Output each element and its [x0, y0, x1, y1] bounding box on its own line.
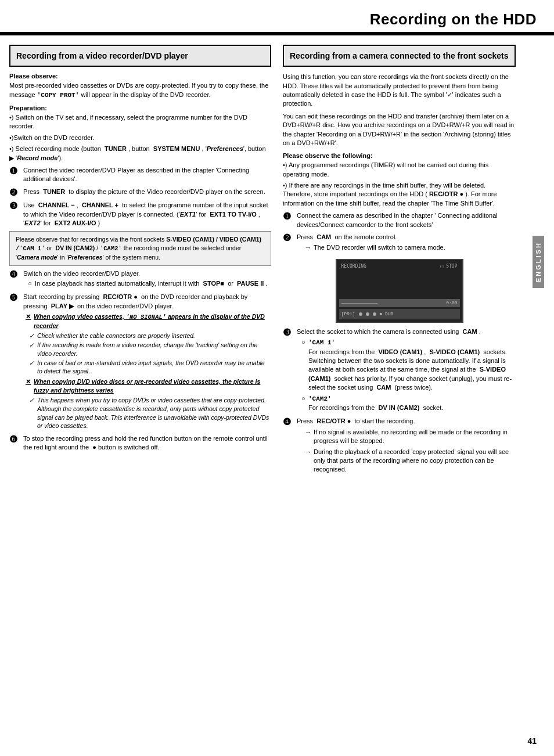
note-box: Please observe that for recordings via t…	[9, 231, 271, 265]
check-1c: ✓In case of bad or non-standard video in…	[23, 359, 271, 376]
right-step-2: ❷ Press CAM on the remote control. → The…	[283, 233, 516, 254]
please-observe-text: Most pre-recorded video cassettes or DVD…	[9, 81, 271, 100]
left-step-2: ❷ Press TUNER to display the picture of …	[9, 188, 271, 198]
left-step-4: ❹ Switch on the video recorder/DVD playe…	[9, 269, 271, 290]
right-step2-arrow: → The DVD recorder will switch to camera…	[297, 243, 516, 252]
page-container: Recording on the HDD Recording from a vi…	[0, 0, 554, 489]
step-num-2: ❷	[9, 188, 20, 198]
right-intro-1: Using this function, you can store recor…	[283, 73, 516, 109]
step-num-3: ❸	[9, 201, 20, 211]
right-obs-1: •) Any programmed recordings (TIMER) wil…	[283, 161, 516, 179]
arrow-icon: →	[305, 243, 311, 252]
left-step-5: ❺ Start recording by pressing REC/OTR ● …	[9, 293, 271, 431]
arrow-icon-1: →	[305, 428, 311, 437]
please-observe-label: Please observe:	[9, 73, 271, 80]
right-step-num-1: ❶	[283, 211, 293, 222]
step-num-4: ❹	[9, 269, 20, 280]
left-section-title: Recording from a video recorder/DVD play…	[16, 51, 264, 61]
step-content-1: Connect the video recorder/DVD Player as…	[23, 166, 271, 184]
left-step-1: ❶ Connect the video recorder/DVD Player …	[9, 166, 271, 184]
prep-item-1: •) Switch on the TV set and, if necessar…	[9, 113, 271, 131]
page-title: Recording on the HDD	[17, 10, 537, 28]
step-content-2: Press TUNER to display the picture of th…	[23, 188, 271, 196]
screen-label-dur: ● DUR	[380, 311, 394, 316]
check-1b: ✓If the recording is made from a video r…	[23, 341, 271, 358]
screen-label-stop: □ STOP	[441, 264, 458, 269]
right-column: Recording from a camera connected to the…	[283, 45, 532, 480]
cam2-item: ○ 'CAM2' For recordings from the DV IN (…	[297, 394, 516, 413]
screen-text-2: 0:00	[446, 300, 457, 305]
right-section-title: Recording from a camera connected to the…	[290, 51, 509, 61]
screen-bar-1: ――――――――――――― 0:00	[339, 299, 460, 307]
right-step-content-3: Select the socket to which the camera is…	[297, 327, 516, 414]
step-num-6: ❻	[9, 434, 20, 445]
screen-dot-1	[359, 312, 362, 316]
english-sidebar: ENGLISH	[532, 45, 545, 480]
right-intro-2: You can edit these recordings on the HDD…	[283, 112, 516, 148]
left-step-6: ❻ To stop the recording press and hold t…	[9, 434, 271, 452]
page-number: 41	[527, 736, 537, 746]
right-step-num-3: ❸	[283, 327, 293, 338]
right-step-num-4: ❹	[283, 417, 293, 427]
page-header: Recording on the HDD	[0, 0, 554, 34]
screen-text-1: ―――――――――――――	[341, 300, 377, 305]
warning-1-label: ✕ When copying video cassettes, 'NO SIGN…	[23, 312, 271, 330]
right-step-content-1: Connect the camera as described in the c…	[297, 211, 516, 229]
left-step-3: ❸ Use CHANNEL − , CHANNEL + to select th…	[9, 201, 271, 228]
left-column: Recording from a video recorder/DVD play…	[9, 45, 271, 480]
right-step-3: ❸ Select the socket to which the camera …	[283, 327, 516, 414]
step-content-5: Start recording by pressing REC/OTR ● on…	[23, 293, 271, 431]
warning-2-label: ✕ When copying DVD video discs or pre-re…	[23, 377, 271, 394]
check-2a: ✓This happens when you try to copy DVDs …	[23, 396, 271, 430]
step-num-5: ❺	[9, 293, 20, 303]
right-step-content-2: Press CAM on the remote control. → The D…	[297, 233, 516, 254]
copy-prot-code: 'COPY PROT'	[37, 92, 80, 99]
camera-screen: RECORDING □ STOP ――――――――――――― 0:00 [PR1…	[336, 259, 463, 323]
check-1a: ✓Check whether the cable connectors are …	[23, 332, 271, 340]
right-step-content-4: Press REC/OTR ● to start the recording. …	[297, 417, 516, 476]
prep-item-3: •) Select recording mode (button TUNER ,…	[9, 145, 271, 163]
right-step4-arrow-2: → During the playback of a recorded 'cop…	[297, 448, 516, 474]
screen-dot-3	[373, 312, 376, 316]
arrow-icon-2: →	[305, 448, 311, 456]
step-content-4: Switch on the video recorder/DVD player.…	[23, 269, 271, 290]
step-content-6: To stop the recording press and hold the…	[23, 434, 271, 452]
step4-sub: ○ In case playback has started automatic…	[23, 279, 271, 288]
right-observe-label: Please observe the following:	[283, 152, 516, 159]
right-step-1: ❶ Connect the camera as described in the…	[283, 211, 516, 229]
right-step-4: ❹ Press REC/OTR ● to start the recording…	[283, 417, 516, 476]
step-num-1: ❶	[9, 166, 20, 177]
right-step-num-2: ❷	[283, 233, 293, 243]
cam1-item: ○ 'CAM 1' For recordings from the VIDEO …	[297, 338, 516, 392]
left-section-box: Recording from a video recorder/DVD play…	[9, 45, 271, 67]
right-step4-arrow-1: → If no signal is available, no recordin…	[297, 428, 516, 446]
right-section-box: Recording from a camera connected to the…	[283, 45, 516, 67]
screen-label-rec: RECORDING	[341, 264, 366, 269]
cam2-label: 'CAM2'	[308, 395, 332, 402]
prep-item-2: •)Switch on the DVD recorder.	[9, 134, 271, 142]
preparation-label: Preparation:	[9, 105, 271, 111]
cam1-label: 'CAM 1'	[308, 339, 335, 346]
screen-dot-2	[366, 312, 369, 316]
step-content-3: Use CHANNEL − , CHANNEL + to select the …	[23, 201, 271, 228]
right-wrapper: Recording from a camera connected to the…	[283, 45, 545, 480]
screen-bar-2: [PR1] ● DUR	[339, 309, 460, 319]
screen-label-pr1: [PR1]	[341, 311, 355, 316]
right-obs-2: •) If there are any recordings in the ti…	[283, 181, 516, 208]
english-label: ENGLISH	[533, 236, 544, 288]
